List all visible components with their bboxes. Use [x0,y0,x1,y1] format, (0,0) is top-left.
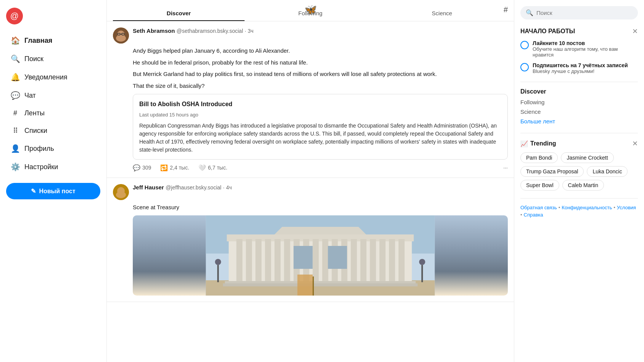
sidebar-item-chat[interactable]: 💬 Чат [6,87,100,104]
trending-widget: 📈 Trending ✕ Pam Bondi Jasmine Crockett … [520,139,638,191]
footer-feedback[interactable]: Обратная связь [520,205,557,210]
post-1-line1: Andy Biggs helped plan January 6, accord… [133,47,508,55]
search-input[interactable] [536,10,633,16]
post-1-author[interactable]: Seth Abramson [133,27,175,34]
post-2-body: Scene at Treasury [133,203,508,296]
post-1-meta: Seth Abramson @sethabramson.bsky.social … [133,27,508,34]
post-1: Seth Abramson @sethabramson.bsky.social … [107,21,514,178]
sidebar-item-home[interactable]: 🏠 Главная [6,32,100,49]
post-1-comment[interactable]: 💬 309 [133,164,151,171]
sidebar-label-home: Главная [24,37,52,45]
svg-rect-16 [246,239,252,281]
svg-rect-29 [370,239,376,281]
feeds-icon: # [11,109,20,117]
more-icon: ··· [503,165,508,171]
post-2-time: · 4ч [223,184,232,191]
svg-rect-34 [223,283,418,286]
gs-progress-1 [520,41,529,49]
right-sidebar: 🔍 НАЧАЛО РАБОТЫ ✕ Лайкните 10 постов Обу… [514,0,644,362]
post-2-header: Jeff Hauser @jeffhauser.bsky.social · 4ч [113,184,508,200]
sidebar-item-notifications[interactable]: 🔔 Уведомления [6,69,100,86]
repost-icon: 🔁 [160,164,168,171]
sidebar-item-settings[interactable]: ⚙️ Настройки [6,158,100,175]
sidebar-item-lists[interactable]: ⠿ Списки [6,123,100,139]
svg-rect-24 [322,239,328,281]
sidebar-item-feeds[interactable]: # Ленты [6,105,100,121]
post-1-repost-count: 2,4 тыс. [170,165,189,171]
sidebar-logo[interactable]: @ [6,8,23,24]
sidebar-item-search[interactable]: 🔍 Поиск [6,50,100,67]
avatar-seth[interactable] [113,27,129,44]
sidebar-label-profile: Профиль [24,145,54,153]
profile-icon: 👤 [11,144,20,153]
getting-started-header: НАЧАЛО РАБОТЫ ✕ [520,27,638,36]
trending-icon: 📈 [520,140,528,147]
gs-progress-inner-2 [523,65,526,69]
tab-discover[interactable]: Discover [113,5,245,21]
svg-rect-39 [422,265,423,282]
svg-point-2 [116,35,126,42]
post-1-body: Andy Biggs helped plan January 6, accord… [133,47,508,160]
post-1-time: · 3ч [245,28,253,34]
trend-luka[interactable]: Luka Doncic [587,166,628,177]
butterfly-logo: 🦋 [304,4,317,16]
footer-privacy[interactable]: Конфиденциальность [562,205,612,210]
svg-point-40 [419,259,425,265]
getting-started-widget: НАЧАЛО РАБОТЫ ✕ Лайкните 10 постов Обучи… [520,27,638,74]
post-1-more[interactable]: ··· [503,165,508,171]
trending-close[interactable]: ✕ [632,139,638,148]
hashtag-button[interactable]: # [504,5,508,14]
svg-rect-19 [275,239,281,281]
svg-rect-20 [284,239,290,281]
gs-item-1: Лайкните 10 постов Обучите наш алгоритм … [520,40,638,58]
post-2-text: Scene at Treasury [133,203,508,212]
feed-link-science[interactable]: Science [520,108,638,116]
footer-help[interactable]: Справка [524,212,543,218]
avatar-jeff[interactable] [113,184,129,200]
chat-icon: 💬 [11,91,20,100]
svg-rect-18 [265,239,271,281]
post-1-like-count: 6,7 тыс. [208,165,227,171]
sidebar-item-profile[interactable]: 👤 Профиль [6,140,100,157]
svg-rect-23 [313,239,319,281]
post-1-comment-count: 309 [142,165,151,171]
post-1-actions: 💬 309 🔁 2,4 тыс. 🤍 6,7 тыс. ··· [133,164,508,171]
svg-rect-41 [298,275,313,296]
sidebar-label-feeds: Ленты [24,109,45,117]
post-1-repost[interactable]: 🔁 2,4 тыс. [160,164,189,171]
footer-sep-1: • [559,205,560,210]
svg-rect-17 [256,239,262,281]
post-2-image [133,215,508,296]
bell-icon: 🔔 [11,73,20,82]
post-2-author[interactable]: Jeff Hauser [133,184,164,191]
post-1-like[interactable]: 🤍 6,7 тыс. [198,164,227,171]
divider-1 [520,82,638,82]
tab-science[interactable]: Science [376,5,508,21]
trend-caleb[interactable]: Caleb Martin [562,180,604,191]
svg-marker-14 [275,227,366,234]
footer-terms[interactable]: Условия [617,205,636,210]
post-2-meta: Jeff Hauser @jeffhauser.bsky.social · 4ч [133,184,508,191]
trend-super-bowl[interactable]: Super Bowl [520,180,559,191]
new-post-button[interactable]: ✎ Новый пост [6,183,100,199]
comment-icon: 💬 [133,164,140,171]
gs-item-2: Подпишитесь на 7 учётных записей Bluesky… [520,62,638,74]
trend-trump-gaza[interactable]: Trump Gaza Proposal [520,166,584,177]
getting-started-close[interactable]: ✕ [632,27,638,36]
svg-rect-32 [399,239,405,281]
feed-links: Following Science Больше лент [520,98,638,125]
sidebar-label-notifications: Уведомления [24,73,68,81]
trend-pam-bondi[interactable]: Pam Bondi [520,152,558,163]
search-icon: 🔍 [526,9,533,16]
feed-link-following[interactable]: Following [520,98,638,106]
feed-header: 🦋 # Discover Following Science [107,0,514,21]
post-1-header: Seth Abramson @sethabramson.bsky.social … [113,27,508,44]
sidebar-label-chat: Чат [24,92,36,100]
post-1-line3: But Merrick Garland had to play politics… [133,70,508,79]
search-box[interactable]: 🔍 [520,6,638,19]
new-post-icon: ✎ [31,187,36,195]
footer-sep-3: • [520,212,522,218]
article-card[interactable]: Bill to Abolish OSHA Introduced Last upd… [133,94,508,160]
feed-link-more[interactable]: Больше лент [520,117,638,125]
trend-jasmine[interactable]: Jasmine Crockett [561,152,613,163]
